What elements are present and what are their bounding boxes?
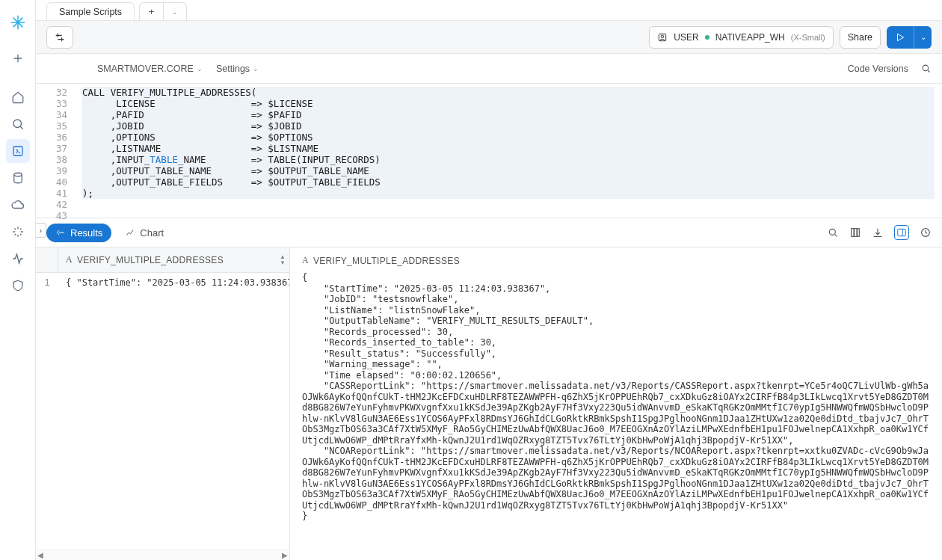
editor-subbar: SMARTMOVER.CORE ⌄ Settings ⌄ Code Versio… [36,54,942,84]
detail-panel-icon[interactable] [894,225,909,240]
context-selector[interactable]: USER NATIVEAPP_WH (X-Small) [649,26,833,49]
detail-json[interactable]: { "StartTime": "2025-03-05 11:24:03.9383… [302,272,930,522]
settings-dropdown[interactable]: Settings ⌄ [216,64,259,74]
svg-point-5 [923,65,929,71]
svg-rect-7 [852,229,854,237]
sparkle-icon[interactable] [6,220,30,244]
svg-rect-10 [898,229,906,236]
column-sort-icon[interactable]: ▲▼ [276,254,289,266]
shield-icon[interactable] [6,274,30,298]
add-icon[interactable] [6,46,30,70]
table-row[interactable]: 1 { "StartTime": "2025-03-05 11:24:03.93… [36,273,289,292]
line-gutter: 32333435363738394041424344 [36,84,75,218]
home-icon[interactable] [6,85,30,109]
svg-rect-9 [858,229,860,237]
filter-icon[interactable] [46,26,73,49]
results-grid: A VERIFY_MULTIPLE_ADDRESSES ▲▼ 1 { "Star… [36,247,290,560]
detail-header: VERIFY_MULTIPLE_ADDRESSES [313,256,460,266]
role-label: USER [674,32,698,43]
svg-point-0 [13,120,22,128]
columns-icon[interactable] [849,225,861,240]
grid-scrollbar[interactable]: ◀ ▶ [36,550,289,560]
code-editor[interactable]: 32333435363738394041424344 CALL VERIFY_M… [36,84,942,218]
worksheets-icon[interactable] [6,139,30,163]
results-search-icon[interactable] [827,225,839,240]
code-area[interactable]: CALL VERIFY_MULTIPLE_ADDRESSES( LICENSE … [75,84,942,218]
tab-add-button[interactable]: + [139,2,163,20]
cloud-icon[interactable] [6,193,30,217]
run-dropdown[interactable]: ⌄ [914,26,932,49]
svg-point-4 [662,35,665,38]
detail-panel: A VERIFY_MULTIPLE_ADDRESSES { "StartTime… [290,247,942,560]
run-button[interactable] [887,26,914,49]
results-tab[interactable]: Results [46,224,111,242]
warehouse-size: (X-Small) [791,33,825,42]
chart-tab[interactable]: Chart [116,224,173,242]
history-icon[interactable] [920,225,932,240]
download-icon[interactable] [872,225,884,240]
svg-point-2 [13,173,22,176]
warehouse-status-dot [705,35,709,40]
warehouse-name: NATIVEAPP_WH [715,32,785,43]
tab-bar: Sample Scripts + ⌄ [36,0,942,21]
tab-more-button[interactable]: ⌄ [163,2,187,20]
svg-point-6 [829,229,835,235]
database-icon[interactable] [6,166,30,190]
share-button[interactable]: Share [840,26,881,49]
editor-search-icon[interactable] [920,63,932,74]
main-area: Sample Scripts + ⌄ USER NATIVEAPP_WH (X-… [36,0,942,560]
code-versions-button[interactable]: Code Versions [848,64,908,74]
column-header[interactable]: A VERIFY_MULTIPLE_ADDRESSES [58,254,276,265]
rail-expand-toggle[interactable]: › [36,223,46,238]
search-icon[interactable] [6,112,30,136]
worksheet-tab[interactable]: Sample Scripts [46,2,135,20]
activity-icon[interactable] [6,247,30,271]
results-body: A VERIFY_MULTIPLE_ADDRESSES ▲▼ 1 { "Star… [36,247,942,560]
worksheet-toolbar: USER NATIVEAPP_WH (X-Small) Share ⌄ [36,21,942,54]
left-nav-rail [0,0,36,560]
logo-icon[interactable] [6,9,30,36]
schema-selector[interactable]: SMARTMOVER.CORE ⌄ [97,64,203,74]
results-toolbar: Results Chart [36,218,942,247]
svg-rect-8 [855,229,857,237]
